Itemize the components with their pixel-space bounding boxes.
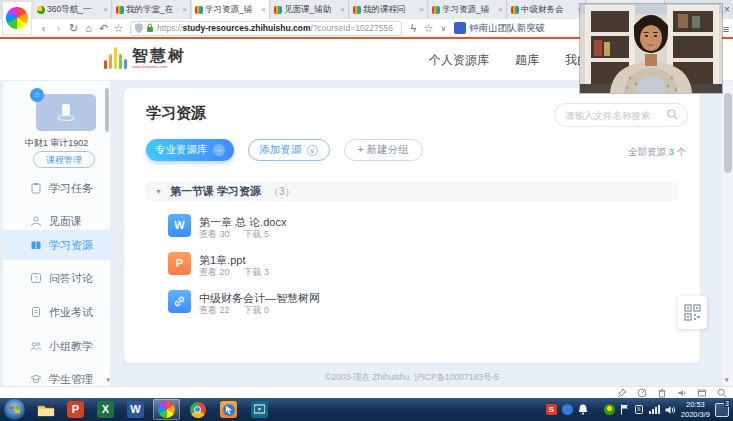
add-resource-button[interactable]: 添加资源∨ (248, 139, 330, 161)
tab-close-icon[interactable]: × (103, 5, 108, 14)
taskbar-pointer-app[interactable] (215, 399, 242, 420)
browser-statusbar (0, 386, 733, 398)
tray-windows-badge[interactable]: 3 (715, 403, 729, 417)
mini-window-icon[interactable] (697, 388, 707, 398)
network-signal-icon[interactable] (649, 405, 660, 414)
pro-library-button[interactable]: 专业资源库→ (146, 139, 234, 161)
back-icon[interactable]: ‹ (36, 22, 51, 34)
browser-tab[interactable]: 360导航_一× (34, 0, 112, 19)
tab-close-icon[interactable]: × (182, 5, 187, 14)
start-button[interactable] (4, 399, 25, 420)
forward-icon[interactable]: › (51, 22, 66, 34)
url-text: https://study-resources.zhihuishu.com/?c… (157, 23, 393, 33)
undo-icon[interactable]: ↶ (96, 22, 111, 35)
blue-tray-icon[interactable] (562, 404, 573, 415)
browser-tab[interactable]: 中级财务会× (508, 0, 586, 19)
course-thumbnail[interactable] (36, 94, 96, 131)
news-ticker[interactable]: 钟南山团队新突破 (469, 22, 545, 35)
zhihuishu-logo[interactable]: 智慧树 www.zhihuishu.com (104, 47, 186, 69)
taskbar-excel[interactable]: X (92, 399, 119, 420)
window-close-icon[interactable]: × (721, 4, 733, 16)
taskbar-powerpoint[interactable]: P (62, 399, 89, 420)
bookmark-star-icon[interactable]: ☆ (421, 22, 436, 35)
url-bar[interactable]: https://study-resources.zhihuishu.com/?c… (130, 21, 402, 36)
zoom-icon[interactable] (717, 388, 727, 398)
webcam-frame-image (580, 4, 722, 93)
sidebar-item-homework[interactable]: 作业考试 (3, 297, 110, 327)
news-icon (454, 22, 466, 34)
taskbar-explorer[interactable] (32, 399, 59, 420)
ppt-file-icon: P (168, 252, 191, 275)
tab-close-icon[interactable]: × (498, 5, 503, 14)
home-icon[interactable]: ⌂ (81, 22, 96, 34)
sidebar-item-label: 问答讨论 (49, 271, 93, 286)
home-badge-icon[interactable]: ⌂ (30, 88, 44, 102)
browser-tab[interactable]: 我的学堂_在× (113, 0, 191, 19)
lightning-icon[interactable]: ϟ (406, 22, 421, 34)
page-scrollbar-thumb[interactable] (724, 93, 732, 173)
sidebar-item-qa[interactable]: ? 问答讨论 (3, 263, 110, 293)
taskbar-chrome[interactable] (184, 399, 211, 420)
tab-title: 见面课_辅助 (284, 4, 338, 16)
page-scroll-down-icon[interactable]: ▾ (725, 376, 729, 384)
nav-question-bank[interactable]: 题库 (515, 52, 539, 69)
sidebar-scroll-down-icon[interactable]: ▾ (106, 376, 110, 384)
qr-code-button[interactable] (678, 296, 707, 329)
speaker-icon[interactable] (677, 388, 687, 398)
taskbar-word[interactable]: W (122, 399, 149, 420)
pin-icon[interactable] (617, 388, 627, 398)
sidebar-item-group-teaching[interactable]: 小组教学 (3, 331, 110, 361)
file-row[interactable]: W 第一章 总 论.docx 查看 30下载 5 (168, 214, 568, 240)
browser-tab[interactable]: 见面课_辅助× (271, 0, 349, 19)
total-resources: 全部资源 3 个 (628, 146, 686, 159)
tab-close-icon[interactable]: × (419, 5, 424, 14)
clock-time: 20:53 (681, 400, 710, 410)
taskbar-360-browser-active[interactable] (153, 399, 180, 420)
sidebar-scrollbar-thumb[interactable] (105, 88, 109, 132)
trash-icon[interactable] (657, 388, 667, 398)
chevron-down-icon[interactable]: ∨ (436, 24, 451, 33)
button-label: 专业资源库 (155, 143, 208, 157)
update-tray-icon[interactable] (634, 404, 644, 415)
chrome-icon (190, 402, 206, 418)
document-icon (30, 306, 42, 318)
sogou-tray-icon[interactable]: S (546, 404, 557, 415)
file-row[interactable]: P 第1章.ppt 查看 20下载 3 (168, 252, 568, 278)
tab-close-icon[interactable]: × (261, 5, 266, 14)
browser-tab[interactable]: 我的课程问× (350, 0, 428, 19)
book-icon (56, 102, 76, 124)
taskbar-clock[interactable]: 20:53 2020/3/9 (681, 400, 710, 420)
section-header[interactable]: ▼ 第一节课 学习资源 （3） (146, 182, 678, 201)
refresh-icon[interactable]: ↻ (66, 22, 81, 35)
collapse-triangle-icon[interactable]: ▼ (155, 188, 162, 195)
course-name: 中财1 审计1902 (3, 137, 110, 150)
button-label: 添加资源 (260, 143, 302, 157)
new-group-button[interactable]: + 新建分组 (344, 139, 423, 161)
browser-tab[interactable]: 学习资源_辅× (429, 0, 507, 19)
bell-icon[interactable] (578, 404, 588, 415)
sidebar-item-tasks[interactable]: 学习任务 (3, 173, 110, 203)
page-title: 学习资源 (146, 104, 206, 123)
course-manage-button[interactable]: 课程管理 (33, 151, 95, 168)
system-tray: S 20:53 2020/3/9 3 (546, 398, 729, 421)
site-favicon (274, 6, 282, 14)
nav-personal-library[interactable]: 个人资源库 (429, 52, 489, 69)
browser-logo[interactable] (2, 1, 32, 35)
grad-cap-icon (30, 373, 42, 385)
file-row[interactable]: 中级财务会计—智慧树网 查看 22下载 0 (168, 290, 568, 316)
taskbar-video-app[interactable] (246, 399, 273, 420)
browser-menu-icon[interactable]: ≡ (719, 22, 733, 36)
logo-subtext: www.zhihuishu.com (132, 64, 186, 69)
page-scrollbar[interactable]: ▾ (723, 81, 733, 386)
volume-icon[interactable] (665, 405, 676, 415)
speed-dial-icon[interactable] (637, 388, 647, 398)
sidebar-item-resources[interactable]: 学习资源 (3, 230, 110, 260)
action-center-flag-icon[interactable] (620, 404, 629, 415)
tab-close-icon[interactable]: × (340, 5, 345, 14)
favorites-star-icon[interactable]: ☆ (111, 22, 126, 35)
button-label: + 新建分组 (358, 143, 409, 157)
tab-title: 中级财务会 (521, 4, 575, 16)
browser-tab-active[interactable]: 学习资源_辅× (192, 0, 270, 19)
360-safety-tray-icon[interactable] (604, 404, 615, 415)
search-icon[interactable] (667, 109, 678, 120)
